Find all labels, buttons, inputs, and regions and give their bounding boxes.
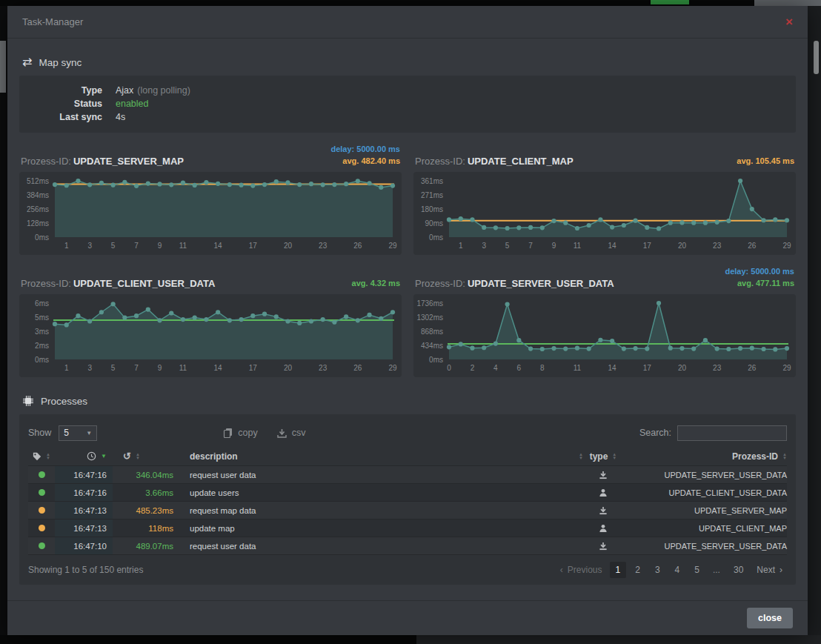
copy-label: copy xyxy=(238,428,257,438)
chart-update-server-map: Prozess-ID:UPDATE_SERVER_MAPdelay: 5000.… xyxy=(19,133,402,255)
svg-text:1: 1 xyxy=(64,242,69,250)
chart-delay-label: delay: 5000.00 ms xyxy=(725,265,794,277)
map-sync-row-lastsync: Last sync 4s xyxy=(19,110,796,124)
description-header-label: description xyxy=(190,451,238,462)
description-cell: update users xyxy=(181,484,586,501)
chart-title-prefix: Prozess-ID: xyxy=(415,156,465,167)
type-cell xyxy=(586,537,620,554)
copy-button[interactable]: copy xyxy=(223,428,257,438)
show-label: Show xyxy=(28,428,51,438)
status-cell xyxy=(28,519,55,537)
sort-desc-icon: ▼ xyxy=(101,454,107,459)
close-button[interactable]: close xyxy=(747,608,793,628)
chart-header: Prozess-ID:UPDATE_CLIENT_MAPavg. 105.45 … xyxy=(415,142,794,167)
search-label: Search: xyxy=(639,428,671,438)
chart-update-client-user-data: Prozess-ID:UPDATE_CLIENT_USER_DATAavg. 4… xyxy=(19,255,402,377)
chart-avg-label: avg. 4.32 ms xyxy=(352,277,400,289)
tag-icon xyxy=(33,452,41,461)
next-page-button[interactable]: Next › xyxy=(752,562,787,578)
chart-header: Prozess-ID:UPDATE_CLIENT_USER_DATAavg. 4… xyxy=(21,264,400,289)
type-cell xyxy=(586,466,620,483)
client-user-icon xyxy=(599,488,608,497)
previous-page-button[interactable]: ‹ Previous xyxy=(556,562,607,578)
page-button-3[interactable]: 3 xyxy=(649,562,666,578)
sort-icon: ▲▼ xyxy=(782,453,787,459)
chart-delay-label: delay: 5000.00 ms xyxy=(330,143,400,155)
svg-text:6: 6 xyxy=(517,364,522,372)
chart-update-client-map: Prozess-ID:UPDATE_CLIENT_MAPavg. 105.45 … xyxy=(413,133,796,255)
page-button-2[interactable]: 2 xyxy=(629,562,646,578)
background-bottom-strip-right xyxy=(416,635,821,644)
sort-icon: ▲▼ xyxy=(612,453,616,459)
csv-button[interactable]: csv xyxy=(277,428,306,438)
server-download-icon xyxy=(599,542,608,551)
svg-text:11: 11 xyxy=(574,364,582,372)
close-icon[interactable]: × xyxy=(785,16,793,28)
modal-body: ⇄ Map sync Type Ajax(long polling) Statu… xyxy=(7,39,808,600)
chart-svg: 0ms434ms868ms1302ms1736ms024681114172023… xyxy=(413,294,796,377)
table-row[interactable]: 16:47:13118msupdate mapUPDATE_CLIENT_MAP xyxy=(28,519,787,537)
background-left-strip xyxy=(0,6,7,644)
chart-svg: 0ms128ms256ms384ms512ms13579111417202326… xyxy=(19,172,402,255)
type-note: (long polling) xyxy=(137,85,190,96)
description-cell: request map data xyxy=(181,502,586,519)
svg-text:9: 9 xyxy=(158,242,162,250)
svg-text:2ms: 2ms xyxy=(35,342,49,350)
page-button-1[interactable]: 1 xyxy=(610,562,627,578)
svg-text:11: 11 xyxy=(179,364,187,372)
table-row[interactable]: 16:47:13485.23msrequest map dataUPDATE_S… xyxy=(28,502,787,519)
table-header-row: ▲▼ ▼ ↺ ▲▼ description ▲▼ xyxy=(28,447,787,465)
column-description[interactable]: description ▲▼ xyxy=(181,451,586,462)
map-sync-row-type: Type Ajax(long polling) xyxy=(19,84,796,97)
type-header-label: type xyxy=(590,451,608,462)
table-row[interactable]: 16:47:163.66msupdate usersUPDATE_CLIENT_… xyxy=(28,484,787,502)
page-button-4[interactable]: 4 xyxy=(669,562,686,578)
svg-text:5ms: 5ms xyxy=(35,313,49,322)
chart-stats: delay: 5000.00 msavg. 482.40 ms xyxy=(330,143,400,167)
svg-text:17: 17 xyxy=(643,364,652,372)
time-cell: 16:47:13 xyxy=(55,502,113,519)
page-size-select[interactable]: 5 ▼ xyxy=(59,425,97,441)
duration-cell: 485.23ms xyxy=(113,502,181,519)
chart-update-server-user-data: Prozess-ID:UPDATE_SERVER_USER_DATAdelay:… xyxy=(413,255,796,377)
scrollbar-thumb[interactable] xyxy=(814,41,819,74)
column-duration[interactable]: ↺ ▲▼ xyxy=(113,451,181,461)
column-prozess-id[interactable]: Prozess-ID ▲▼ xyxy=(620,451,787,462)
background-top-bar xyxy=(0,0,821,6)
background-right-strip xyxy=(808,6,821,644)
prozess-id-cell: UPDATE_SERVER_MAP xyxy=(620,502,787,519)
svg-text:17: 17 xyxy=(249,364,258,372)
chip-icon xyxy=(22,395,34,407)
client-user-icon xyxy=(599,524,608,533)
chart-panel: 0ms434ms868ms1302ms1736ms024681114172023… xyxy=(413,294,796,377)
search-input[interactable] xyxy=(677,425,787,441)
status-cell xyxy=(28,484,55,501)
processes-title: Processes xyxy=(41,396,87,407)
svg-text:20: 20 xyxy=(284,364,293,372)
server-download-icon xyxy=(599,471,608,479)
svg-text:7: 7 xyxy=(134,242,139,250)
table-row[interactable]: 16:47:16346.04msrequest user dataUPDATE_… xyxy=(28,466,787,484)
svg-text:3: 3 xyxy=(87,364,92,372)
page-button-30[interactable]: 30 xyxy=(728,562,749,578)
column-type[interactable]: type ▲▼ xyxy=(586,451,620,462)
column-time[interactable]: ▼ xyxy=(55,451,113,461)
chart-process-id: UPDATE_CLIENT_MAP xyxy=(468,156,574,167)
column-status[interactable]: ▲▼ xyxy=(28,452,55,461)
pagination: ‹ Previous 12345...30 Next › xyxy=(556,562,787,578)
processes-table-panel: Show 5 ▼ copy xyxy=(19,414,796,585)
export-buttons: copy csv xyxy=(223,428,305,438)
chevron-right-icon: › xyxy=(780,565,782,575)
type-value: Ajax(long polling) xyxy=(116,84,190,97)
chart-process-id: UPDATE_SERVER_USER_DATA xyxy=(468,278,614,289)
chart-avg-label: avg. 482.40 ms xyxy=(330,155,400,167)
chart-title-prefix: Prozess-ID: xyxy=(21,156,71,167)
page-button-5[interactable]: 5 xyxy=(688,562,705,578)
svg-text:29: 29 xyxy=(388,242,397,250)
status-cell xyxy=(28,466,55,483)
table-row[interactable]: 16:47:10489.07msrequest user dataUPDATE_… xyxy=(28,537,787,555)
svg-text:128ms: 128ms xyxy=(27,219,49,228)
svg-text:29: 29 xyxy=(388,364,397,372)
time-cell: 16:47:13 xyxy=(55,519,113,537)
status-dot xyxy=(39,489,45,496)
